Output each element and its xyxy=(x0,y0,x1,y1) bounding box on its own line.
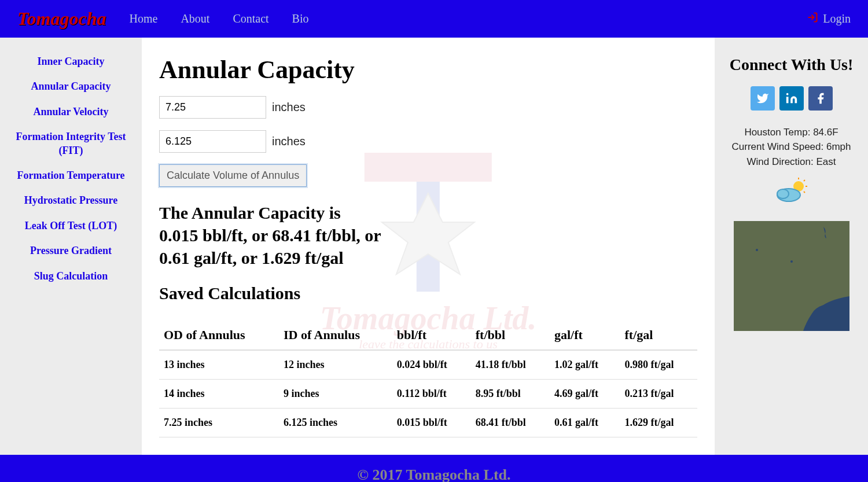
weather-temp: Houston Temp: 84.6F xyxy=(723,125,859,140)
table-row: 13 inches 12 inches 0.024 bbl/ft 41.18 f… xyxy=(159,350,697,380)
result-line3: 0.61 gal/ft, or 1.629 ft/gal xyxy=(159,246,697,269)
linkedin-icon[interactable] xyxy=(779,86,804,111)
th-ftgal: ft/gal xyxy=(620,321,697,350)
nav-contact[interactable]: Contact xyxy=(233,12,269,25)
saved-table: OD of Annulus ID of Annulus bbl/ft ft/bb… xyxy=(159,321,697,437)
svg-point-8 xyxy=(777,189,789,198)
footer: © 2017 Tomagocha Ltd. xyxy=(0,455,868,482)
sidebar-lot[interactable]: Leak Off Test (LOT) xyxy=(6,219,136,233)
brand-logo[interactable]: Tomagocha xyxy=(17,8,106,30)
svg-point-10 xyxy=(756,249,758,251)
svg-point-5 xyxy=(786,93,788,95)
id-label: inches xyxy=(272,135,306,148)
page-title: Annular Capacity xyxy=(159,55,697,84)
table-header-row: OD of Annulus ID of Annulus bbl/ft ft/bb… xyxy=(159,321,697,350)
footer-text: © 2017 Tomagocha Ltd. xyxy=(12,466,856,482)
weather-info: Houston Temp: 84.6F Current Wind Speed: … xyxy=(723,125,859,170)
nav-about[interactable]: About xyxy=(181,12,209,25)
th-od: OD of Annulus xyxy=(159,321,279,350)
input-row-od: inches xyxy=(159,96,697,119)
sidebar: Inner Capacity Annular Capacity Annular … xyxy=(0,38,142,455)
nav-home[interactable]: Home xyxy=(130,12,158,25)
result-line2: 0.015 bbl/ft, or 68.41 ft/bbl, or xyxy=(159,224,697,246)
od-input[interactable] xyxy=(159,96,266,119)
nav-links: Home About Contact Bio xyxy=(130,12,807,25)
weather-dir: Wind Direction: East xyxy=(723,154,859,170)
social-row xyxy=(723,86,859,111)
saved-title: Saved Calculations xyxy=(159,284,697,303)
sidebar-annular-capacity[interactable]: Annular Capacity xyxy=(6,80,136,93)
sidebar-inner-capacity[interactable]: Inner Capacity xyxy=(6,55,136,68)
sidebar-annular-velocity[interactable]: Annular Velocity xyxy=(6,105,136,119)
svg-point-11 xyxy=(790,260,793,263)
result-text: The Annular Capacity is 0.015 bbl/ft, or… xyxy=(159,201,697,269)
map-widget[interactable] xyxy=(734,221,849,331)
login-label: Login xyxy=(823,12,851,25)
login-icon xyxy=(807,12,818,26)
th-bblft: bbl/ft xyxy=(392,321,471,350)
sidebar-slug[interactable]: Slug Calculation xyxy=(6,270,136,283)
login-link[interactable]: Login xyxy=(807,12,851,26)
right-panel: Connect With Us! Houston Temp: 84.6F Cur… xyxy=(715,38,868,455)
table-row: 7.25 inches 6.125 inches 0.015 bbl/ft 68… xyxy=(159,409,697,437)
svg-rect-4 xyxy=(786,97,788,103)
od-label: inches xyxy=(272,101,306,114)
twitter-icon[interactable] xyxy=(751,86,775,111)
input-row-id: inches xyxy=(159,130,697,153)
sidebar-fit[interactable]: Formation Integrity Test (FIT) xyxy=(6,130,136,157)
main-content: Tomagocha Ltd. leave the calculations to… xyxy=(142,38,715,455)
connect-title: Connect With Us! xyxy=(723,55,859,75)
nav-bio[interactable]: Bio xyxy=(292,12,309,25)
id-input[interactable] xyxy=(159,130,266,153)
result-line1: The Annular Capacity is xyxy=(159,201,697,224)
sidebar-formation-temp[interactable]: Formation Temperature xyxy=(6,169,136,182)
sidebar-pressure-gradient[interactable]: Pressure Gradient xyxy=(6,244,136,257)
weather-wind: Current Wind Speed: 6mph xyxy=(723,139,859,154)
th-ftbbl: ft/bbl xyxy=(471,321,550,350)
weather-icon xyxy=(774,178,809,204)
sidebar-hydrostatic[interactable]: Hydrostatic Pressure xyxy=(6,194,136,207)
facebook-icon[interactable] xyxy=(808,86,833,111)
calculate-button[interactable]: Calculate Volume of Annulus xyxy=(159,164,307,187)
th-id: ID of Annulus xyxy=(279,321,392,350)
table-row: 14 inches 9 inches 0.112 bbl/ft 8.95 ft/… xyxy=(159,380,697,409)
th-galft: gal/ft xyxy=(550,321,620,350)
header: Tomagocha Home About Contact Bio Login xyxy=(0,0,868,38)
